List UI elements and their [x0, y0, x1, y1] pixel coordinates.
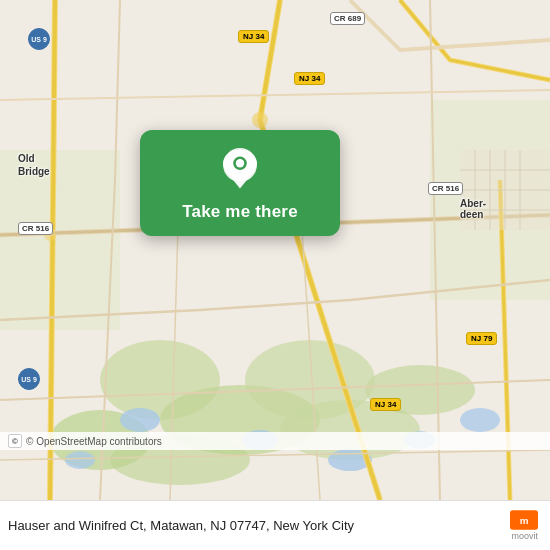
road-badge-nj34-mid: NJ 34 [294, 72, 325, 85]
take-me-there-card[interactable]: Take me there [140, 130, 340, 236]
road-badge-us9-bottom: US 9 [18, 368, 40, 390]
road-badge-nj34-top: NJ 34 [238, 30, 269, 43]
moovit-label: moovit [511, 531, 538, 541]
svg-point-21 [236, 159, 244, 167]
location-pin-icon [218, 148, 262, 192]
moovit-logo-container: m moovit [510, 510, 538, 541]
osm-logo: © [8, 434, 22, 448]
address-text: Hauser and Winifred Ct, Matawan, NJ 0774… [8, 518, 502, 533]
take-me-there-label: Take me there [182, 202, 298, 222]
info-bar: Hauser and Winifred Ct, Matawan, NJ 0774… [0, 500, 550, 550]
svg-point-11 [65, 451, 95, 469]
svg-text:m: m [520, 515, 529, 526]
road-badge-cr689: CR 689 [330, 12, 365, 25]
attribution-bar: © © OpenStreetMap contributors [0, 432, 550, 450]
road-badge-nj34-bottom: NJ 34 [370, 398, 401, 411]
svg-point-13 [460, 408, 500, 432]
road-badge-cr516-right: CR 516 [428, 182, 463, 195]
road-badge-us9-top: US 9 [28, 28, 50, 50]
svg-point-16 [252, 112, 268, 128]
moovit-icon: m [510, 510, 538, 530]
svg-rect-14 [0, 150, 120, 330]
road-badge-cr516-left: CR 516 [18, 222, 53, 235]
attribution-text: © OpenStreetMap contributors [26, 436, 162, 447]
road-badge-nj79: NJ 79 [466, 332, 497, 345]
map-svg [0, 0, 550, 500]
map-container: US 9 CR 689 NJ 34 NJ 34 CR 516 CR 516 US… [0, 0, 550, 500]
svg-point-8 [120, 408, 160, 432]
